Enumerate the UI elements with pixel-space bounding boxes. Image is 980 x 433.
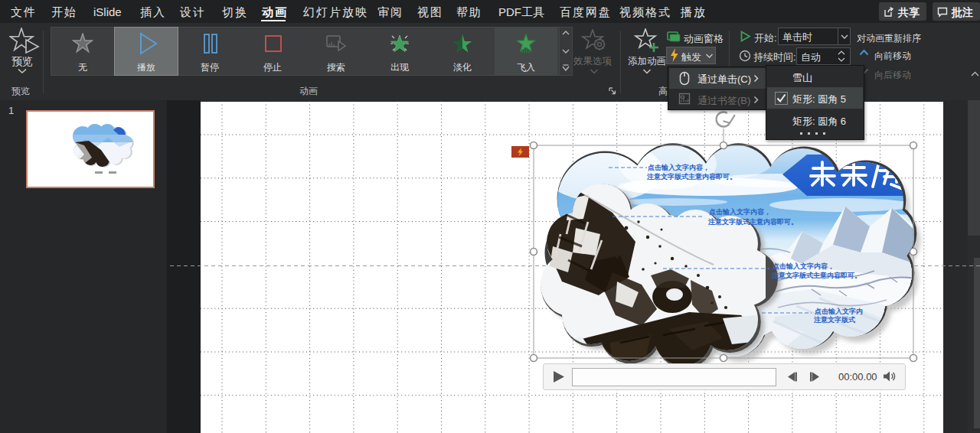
svg-text:注意文字版式: 注意文字版式: [813, 316, 855, 324]
svg-text:点击输入文字内容，: 点击输入文字内容，: [648, 164, 710, 171]
svg-text:注意文字版式主意内容即可。: 注意文字版式主意内容即可。: [771, 272, 861, 279]
svg-text:点击输入文字内: 点击输入文字内: [815, 308, 863, 315]
svg-text:注意文字版式主意内容即可。: 注意文字版式主意内容即可。: [646, 173, 737, 181]
svg-text:点击输入文字内容，: 点击输入文字内容，: [709, 208, 771, 216]
svg-text:点击输入文字内容，: 点击输入文字内容，: [773, 262, 835, 270]
svg-text:注意文字版式主意内容即可。: 注意文字版式主意内容即可。: [707, 218, 798, 226]
